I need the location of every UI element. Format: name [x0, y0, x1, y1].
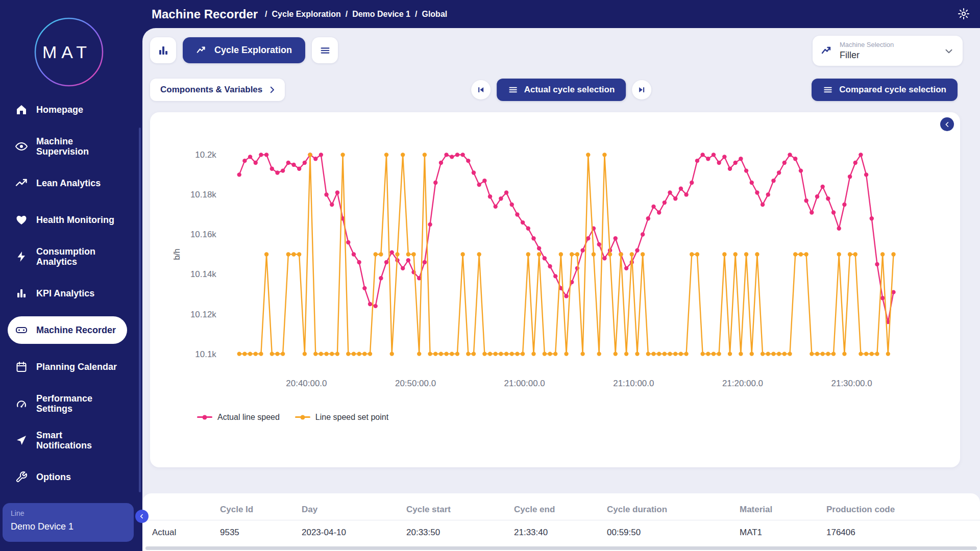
sidebar-item-consumption-analytics[interactable]: Consumption Analytics — [8, 243, 127, 270]
chevron-left-icon — [138, 513, 145, 520]
line-chart-icon — [196, 45, 207, 56]
svg-text:10.1k: 10.1k — [195, 349, 216, 359]
table-header-row: Cycle Id Day Cycle start Cycle end Cycle… — [152, 499, 980, 520]
line-label: Line — [11, 509, 126, 517]
chevron-left-icon — [943, 120, 951, 129]
top-header: Machine Recorder / Cycle Exploration / D… — [152, 0, 944, 28]
cell-cycle-duration: 00:59:50 — [607, 528, 740, 538]
sidebar-item-planning-calendar[interactable]: Planning Calendar — [8, 353, 127, 381]
cycle-exploration-label: Cycle Exploration — [214, 45, 292, 56]
table-row: Actual 9535 2023-04-10 20:33:50 21:33:40… — [152, 520, 980, 545]
chevron-right-icon — [267, 85, 277, 94]
svg-text:20:50:00.0: 20:50:00.0 — [395, 379, 436, 388]
cycle-chart: 10.1k10.12k10.14k10.16k10.18k10.2kb/h20:… — [160, 119, 950, 405]
svg-text:b/h: b/h — [173, 248, 181, 260]
next-cycle-button[interactable] — [632, 80, 651, 99]
chart-card: 10.1k10.12k10.14k10.16k10.18k10.2kb/h20:… — [150, 112, 960, 467]
bar-chart-icon — [15, 287, 28, 299]
actual-cycle-selection-button[interactable]: Actual cycle selection — [497, 79, 626, 101]
sidebar: MAT Homepage Machine Supervision Lean An… — [0, 0, 142, 551]
legend-swatch — [197, 416, 212, 418]
machine-selection-text: Machine Selection Filler — [840, 41, 894, 61]
svg-text:21:10:00.0: 21:10:00.0 — [613, 379, 654, 388]
cycle-exploration-tab[interactable]: Cycle Exploration — [183, 37, 305, 63]
machine-selection-dropdown[interactable]: Machine Selection Filler — [813, 36, 963, 66]
svg-text:10.14k: 10.14k — [190, 269, 216, 279]
compared-cycle-selection-label: Compared cycle selection — [839, 85, 946, 95]
heart-icon — [15, 214, 28, 226]
breadcrumb-separator: / — [265, 10, 267, 19]
cycle-navigation: Actual cycle selection — [471, 79, 652, 101]
gauge-icon — [15, 397, 28, 410]
calendar-icon — [15, 361, 28, 373]
chart-legend: Actual line speed Line speed set point — [197, 413, 950, 422]
legend-item[interactable]: Line speed set point — [295, 413, 388, 422]
home-icon — [15, 104, 28, 116]
svg-text:20:40:00.0: 20:40:00.0 — [286, 379, 327, 388]
legend-item[interactable]: Actual line speed — [197, 413, 280, 422]
line-selector-card: Line Demo Device 1 — [3, 503, 134, 542]
cell-production-code: 176406 — [826, 528, 980, 538]
list-icon — [508, 85, 518, 95]
row-label: Actual — [152, 528, 220, 538]
lightning-icon — [15, 251, 28, 263]
skip-previous-icon — [476, 85, 486, 95]
table-horizontal-scrollbar[interactable] — [145, 546, 977, 550]
svg-text:21:30:00.0: 21:30:00.0 — [831, 379, 872, 388]
breadcrumb-separator: / — [346, 10, 348, 19]
svg-text:10.18k: 10.18k — [190, 190, 216, 199]
list-icon — [823, 85, 833, 95]
main-panel: Cycle Exploration Machine Selection Fill… — [142, 28, 980, 551]
table-header: Cycle start — [406, 505, 514, 515]
eye-icon — [15, 140, 28, 153]
breadcrumb-item[interactable]: Global — [422, 10, 447, 19]
bar-chart-view-button[interactable] — [150, 37, 176, 63]
table-header: Material — [740, 505, 826, 515]
wrench-icon — [15, 471, 28, 483]
breadcrumb-separator: / — [415, 10, 417, 19]
sidebar-item-machine-supervision[interactable]: Machine Supervision — [8, 133, 127, 160]
cell-cycle-end: 21:33:40 — [514, 528, 607, 538]
menu-icon — [320, 45, 331, 56]
trend-up-icon — [15, 177, 28, 189]
sidebar-item-kpi-analytics[interactable]: KPI Analytics — [8, 280, 127, 307]
sidebar-item-machine-recorder[interactable]: Machine Recorder — [8, 316, 127, 344]
legend-swatch — [295, 416, 310, 418]
sidebar-item-performance-settings[interactable]: Performance Settings — [8, 390, 127, 417]
machine-selection-label: Machine Selection — [840, 41, 894, 48]
table-header: Production code — [826, 505, 980, 515]
sidebar-item-lean-analytics[interactable]: Lean Analytics — [8, 169, 127, 197]
page-title: Machine Recorder — [152, 7, 258, 21]
line-chart-icon — [821, 45, 833, 57]
table-header: Cycle end — [514, 505, 607, 515]
collapse-panel-button[interactable] — [940, 117, 954, 131]
sidebar-item-options[interactable]: Options — [8, 463, 127, 491]
machine-selection-value: Filler — [840, 50, 894, 61]
svg-text:10.12k: 10.12k — [190, 310, 216, 319]
chart-menu-button[interactable] — [312, 37, 338, 63]
breadcrumb-item[interactable]: Cycle Exploration — [272, 10, 341, 19]
actual-cycle-selection-label: Actual cycle selection — [524, 85, 615, 95]
compared-cycle-selection-button[interactable]: Compared cycle selection — [812, 79, 958, 101]
sidebar-item-smart-notifications[interactable]: Smart Notifications — [8, 427, 127, 454]
svg-text:21:20:00.0: 21:20:00.0 — [722, 379, 763, 388]
column-chart-icon — [157, 44, 169, 57]
settings-gear-icon[interactable] — [958, 8, 970, 20]
cell-material: MAT1 — [740, 528, 826, 538]
previous-cycle-button[interactable] — [471, 80, 491, 99]
svg-text:10.16k: 10.16k — [190, 230, 216, 239]
components-variables-button[interactable]: Components & Variables — [150, 79, 285, 101]
sidebar-collapse-button[interactable] — [135, 510, 149, 523]
chevron-down-icon — [943, 45, 954, 57]
sidebar-item-health-monitoring[interactable]: Health Monitoring — [8, 206, 127, 234]
sidebar-item-homepage[interactable]: Homepage — [8, 96, 127, 123]
table-header: Cycle Id — [220, 505, 302, 515]
app-logo: MAT — [33, 16, 105, 88]
logo-text: MAT — [42, 42, 91, 62]
components-variables-label: Components & Variables — [160, 85, 262, 95]
legend-label: Actual line speed — [217, 413, 280, 422]
sidebar-scrollbar[interactable] — [139, 128, 141, 492]
breadcrumb-item[interactable]: Demo Device 1 — [352, 10, 410, 19]
legend-label: Line speed set point — [315, 413, 388, 422]
breadcrumb: / Cycle Exploration / Demo Device 1 / Gl… — [265, 10, 447, 19]
